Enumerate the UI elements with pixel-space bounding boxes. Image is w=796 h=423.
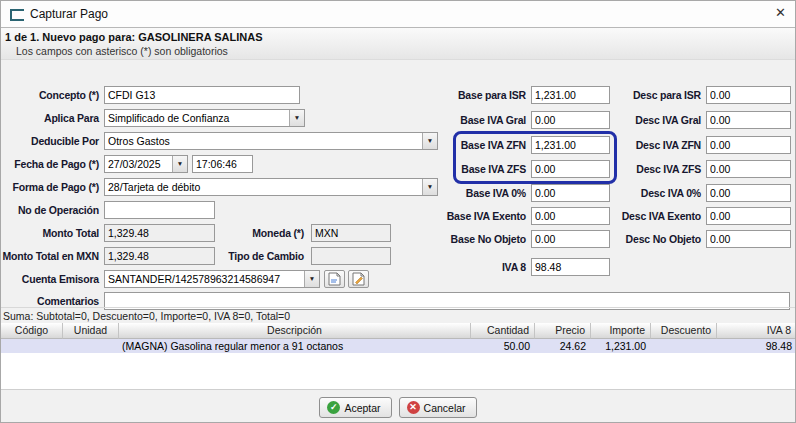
chevron-down-icon[interactable]: ▼ [289, 110, 304, 126]
fecha-pago-label: Fecha de Pago (*) [14, 155, 99, 173]
desc-iva-zfn-input[interactable] [706, 136, 791, 154]
cuenta-emisora-combo[interactable]: SANTANDER/142578963214586947 ▼ [104, 270, 320, 288]
tipo-cambio-label: Tipo de Cambio [228, 247, 304, 265]
aceptar-button-label: Aceptar [344, 402, 380, 414]
cancelar-button[interactable]: ✕ Cancelar [399, 397, 477, 418]
fecha-pago-value: 27/03/2025 [105, 156, 172, 172]
no-operacion-input[interactable] [104, 201, 215, 219]
col-header-iva8[interactable]: IVA 8 [717, 323, 796, 339]
chevron-down-icon[interactable]: ▼ [422, 179, 437, 195]
deducible-por-value: Otros Gastos [105, 133, 422, 149]
base-iva-exento-label: Base IVA Exento [447, 207, 526, 225]
cancelar-button-label: Cancelar [424, 402, 466, 414]
payment-header-text: 1 de 1. Nuevo pago para: GASOLINERA SALI… [5, 31, 263, 43]
dialog-header: 1 de 1. Nuevo pago para: GASOLINERA SALI… [1, 28, 795, 60]
monto-total-mxn-label: Monto Total en MXN [2, 247, 99, 265]
concepto-label: Concepto (*) [39, 86, 99, 104]
moneda-input[interactable] [311, 224, 391, 242]
chevron-down-icon[interactable]: ▼ [172, 156, 187, 172]
monto-total-label: Monto Total [42, 224, 99, 242]
col-header-unidad[interactable]: Unidad [63, 323, 119, 339]
desc-iva-zfs-label: Desc IVA ZFS [636, 160, 701, 178]
desc-no-objeto-input[interactable] [706, 230, 791, 248]
account-document-button[interactable] [324, 270, 345, 288]
iva-8-input[interactable] [531, 258, 610, 276]
document-icon [328, 272, 341, 286]
cell-descripcion: (MAGNA) Gasolina regular menor a 91 octa… [119, 339, 471, 353]
aplica-para-label: Aplica Para [44, 109, 99, 127]
fecha-pago-combo[interactable]: 27/03/2025 ▼ [104, 155, 188, 173]
col-header-codigo[interactable]: Código [1, 323, 63, 339]
no-operacion-label: No de Operación [18, 201, 99, 219]
base-iva-zfn-label: Base IVA ZFN [461, 136, 526, 154]
base-iva-exento-input[interactable] [531, 207, 610, 225]
col-header-cantidad[interactable]: Cantidad [471, 323, 535, 339]
app-icon [10, 9, 24, 21]
base-iva-0-input[interactable] [531, 184, 610, 202]
cell-importe: 1,231.00 [591, 339, 651, 353]
monto-total-input[interactable] [104, 224, 215, 242]
desc-iva-exento-input[interactable] [706, 207, 791, 225]
base-para-isr-label: Base para ISR [458, 86, 526, 104]
base-iva-0-label: Base IVA 0% [466, 184, 526, 202]
monto-total-mxn-input[interactable] [104, 247, 215, 265]
desc-iva-0-input[interactable] [706, 184, 791, 202]
concepto-input[interactable] [104, 86, 300, 104]
desc-iva-zfn-label: Desc IVA ZFN [636, 136, 701, 154]
edit-pencil-icon [352, 272, 365, 286]
base-no-objeto-input[interactable] [531, 230, 610, 248]
desc-iva-gral-input[interactable] [706, 111, 791, 129]
base-iva-zfs-label: Base IVA ZFS [461, 160, 526, 178]
iva-8-label: IVA 8 [502, 258, 526, 276]
tipo-cambio-input[interactable] [311, 247, 391, 265]
deducible-por-label: Deducible Por [31, 132, 99, 150]
moneda-label: Moneda (*) [252, 224, 304, 242]
base-iva-zfs-input[interactable] [531, 160, 610, 178]
base-iva-zfn-input[interactable] [531, 136, 610, 154]
titlebar: Capturar Pago ✕ [1, 1, 795, 28]
col-header-importe[interactable]: Importe [591, 323, 651, 339]
desc-iva-zfs-input[interactable] [706, 160, 791, 178]
aceptar-button[interactable]: ✓ Aceptar [319, 397, 391, 418]
cell-unidad [63, 339, 119, 353]
hora-pago-input[interactable] [192, 155, 253, 173]
window-title: Capturar Pago [30, 7, 108, 21]
cell-descuento [651, 339, 717, 353]
cell-cantidad: 50.00 [471, 339, 535, 353]
desc-iva-gral-label: Desc IVA Gral [635, 111, 701, 129]
desc-iva-0-label: Desc IVA 0% [641, 184, 701, 202]
cuenta-emisora-value: SANTANDER/142578963214586947 [105, 271, 304, 287]
base-iva-gral-input[interactable] [531, 111, 610, 129]
footer-button-bar: ✓ Aceptar ✕ Cancelar [1, 397, 795, 418]
items-table: Código Unidad Descripción Cantidad Preci… [1, 323, 796, 390]
cell-iva8: 98.48 [717, 339, 796, 353]
desc-para-isr-label: Desc para ISR [633, 86, 701, 104]
close-icon[interactable]: ✕ [775, 5, 786, 20]
col-header-descripcion[interactable]: Descripción [119, 323, 471, 339]
base-para-isr-input[interactable] [531, 86, 610, 104]
base-iva-gral-label: Base IVA Gral [460, 111, 526, 129]
items-table-header: Código Unidad Descripción Cantidad Preci… [1, 323, 796, 339]
cuenta-emisora-label: Cuenta Emisora [22, 270, 99, 288]
table-row[interactable]: (MAGNA) Gasolina regular menor a 91 octa… [1, 339, 796, 353]
capturar-pago-dialog: Capturar Pago ✕ 1 de 1. Nuevo pago para:… [0, 0, 796, 423]
cross-circle-icon: ✕ [407, 401, 420, 414]
deducible-por-combo[interactable]: Otros Gastos ▼ [104, 132, 438, 150]
forma-pago-label: Forma de Pago (*) [13, 178, 99, 196]
desc-para-isr-input[interactable] [706, 86, 791, 104]
base-no-objeto-label: Base No Objeto [451, 230, 526, 248]
chevron-down-icon[interactable]: ▼ [304, 271, 319, 287]
forma-pago-value: 28/Tarjeta de débito [105, 179, 422, 195]
account-edit-button[interactable] [348, 270, 369, 288]
desc-iva-exento-label: Desc IVA Exento [622, 207, 701, 225]
forma-pago-combo[interactable]: 28/Tarjeta de débito ▼ [104, 178, 438, 196]
col-header-precio[interactable]: Precio [535, 323, 591, 339]
required-fields-note: Los campos con asterisco (*) son obligat… [16, 45, 228, 57]
aplica-para-combo[interactable]: Simplificado de Confianza ▼ [104, 109, 305, 127]
cell-codigo [1, 339, 63, 353]
chevron-down-icon[interactable]: ▼ [422, 133, 437, 149]
check-circle-icon: ✓ [327, 401, 340, 414]
cell-precio: 24.62 [535, 339, 591, 353]
desc-no-objeto-label: Desc No Objeto [626, 230, 701, 248]
col-header-descuento[interactable]: Descuento [651, 323, 717, 339]
